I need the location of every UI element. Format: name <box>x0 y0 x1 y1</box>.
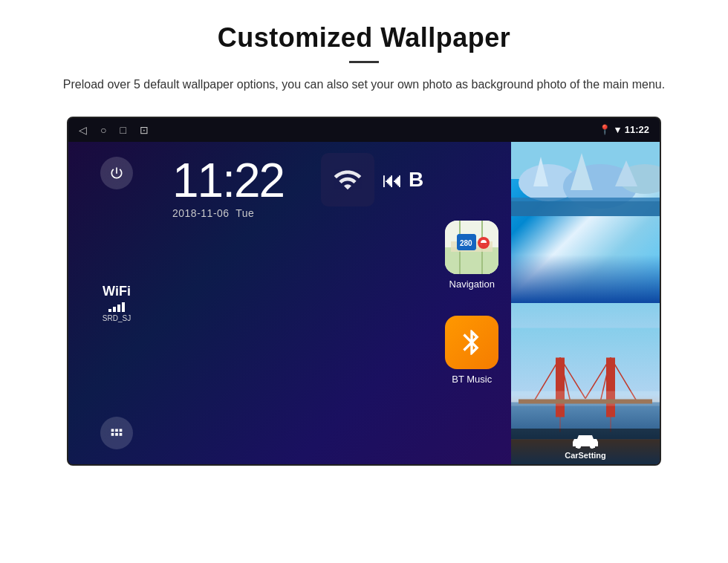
page-description: Preload over 5 default wallpaper options… <box>63 75 665 94</box>
media-source-label: B <box>409 168 423 192</box>
carsetting-label: CarSetting <box>565 451 606 460</box>
media-icon-box <box>321 153 374 206</box>
status-bar: ◁ ○ □ ⊡ 📍 ▾ 11:22 <box>68 118 660 142</box>
wifi-bar-3 <box>117 305 120 312</box>
title-divider <box>349 61 379 63</box>
wallpaper-panel: CarSetting <box>511 142 660 464</box>
svg-rect-51 <box>511 391 660 406</box>
status-bar-right: 📍 ▾ 11:22 <box>599 124 649 135</box>
home-nav-icon[interactable]: ○ <box>100 124 106 136</box>
wifi-widget: WiFi SRD_SJ <box>103 284 131 322</box>
prev-track-icon[interactable]: ⏮ <box>382 168 403 192</box>
wallpaper-thumb-bridge[interactable]: CarSetting <box>511 303 660 464</box>
left-sidebar: WiFi SRD_SJ <box>68 142 165 464</box>
svg-point-53 <box>590 444 594 449</box>
main-area: WiFi SRD_SJ 11:22 <box>68 142 660 464</box>
wallpaper-thumb-ice[interactable] <box>511 142 660 303</box>
wifi-bar-2 <box>113 307 116 312</box>
recent-nav-icon[interactable]: □ <box>120 124 126 136</box>
navigation-icon: 280 <box>445 221 498 274</box>
app-item-btmusic[interactable]: BT Music <box>431 306 513 395</box>
wifi-label: WiFi <box>103 284 131 299</box>
screenshot-nav-icon[interactable]: ⊡ <box>140 124 149 136</box>
navigation-label: Navigation <box>449 279 495 290</box>
svg-point-52 <box>576 444 581 449</box>
all-apps-button[interactable] <box>100 417 133 449</box>
clock-date: 2018-11-06 Tue <box>172 207 254 219</box>
btmusic-icon <box>445 316 498 369</box>
carsetting-overlay: CarSetting <box>511 429 660 464</box>
btmusic-label: BT Music <box>452 374 492 385</box>
status-bar-nav: ◁ ○ □ ⊡ <box>79 124 149 136</box>
wifi-bars <box>108 302 125 312</box>
power-button[interactable] <box>100 157 133 189</box>
clock-area: 11:22 2018-11-06 Tue <box>165 142 313 464</box>
page-title: Customized Wallpaper <box>218 22 511 53</box>
wifi-bar-1 <box>108 309 111 312</box>
media-controls: ⏮ B <box>313 142 423 464</box>
page-wrapper: Customized Wallpaper Preload over 5 defa… <box>0 0 728 563</box>
playback-controls: ⏮ B <box>382 153 423 192</box>
wifi-bar-4 <box>122 302 125 312</box>
location-icon: 📍 <box>599 124 611 135</box>
clock-time: 11:22 <box>172 157 284 204</box>
back-nav-icon[interactable]: ◁ <box>79 124 87 136</box>
wifi-status-icon: ▾ <box>615 124 620 135</box>
status-time: 11:22 <box>625 124 649 135</box>
svg-text:280: 280 <box>460 239 472 247</box>
svg-rect-37 <box>511 201 660 216</box>
android-frame: ◁ ○ □ ⊡ 📍 ▾ 11:22 WiFi <box>67 117 661 466</box>
wifi-ssid: SRD_SJ <box>103 314 131 322</box>
app-item-navigation[interactable]: 280 Navigation <box>431 211 513 300</box>
